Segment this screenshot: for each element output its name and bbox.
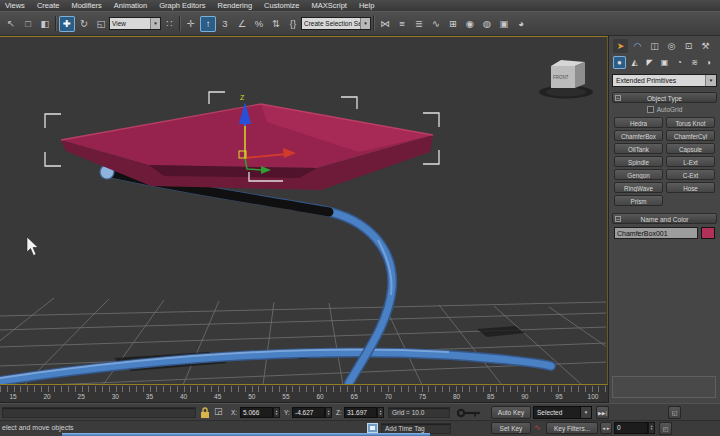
object-type-button[interactable]: Hose — [666, 182, 715, 193]
object-type-button[interactable]: Torus Knot — [666, 117, 715, 128]
frame-spinner[interactable] — [648, 422, 655, 434]
rendered-frame-window-icon[interactable]: ▣ — [496, 16, 512, 32]
material-editor-icon[interactable]: ◉ — [462, 16, 478, 32]
menu-item[interactable]: Rendering — [217, 1, 252, 10]
y-coord-field[interactable]: -4.627 — [292, 407, 325, 418]
object-type-button[interactable]: L-Ext — [666, 156, 715, 167]
tab-utilities[interactable]: ⚒ — [698, 39, 713, 53]
menu-item[interactable]: Modifiers — [71, 1, 101, 10]
spinner-snap-icon[interactable]: ⇅ — [268, 16, 284, 32]
object-type-rollout-header[interactable]: − Object Type — [612, 92, 717, 103]
selection-lock-icon[interactable] — [200, 406, 210, 419]
timeline-frame-label: 95 — [555, 393, 562, 400]
timeline-frame-label: 55 — [282, 393, 289, 400]
schematic-view-icon[interactable]: ⊞ — [445, 16, 461, 32]
tab-display[interactable]: ⊡ — [681, 39, 696, 53]
menu-item[interactable]: Customize — [264, 1, 299, 10]
object-color-swatch[interactable] — [701, 227, 715, 239]
collapse-icon[interactable]: − — [615, 216, 621, 222]
object-name-field[interactable]: ChamferBox001 — [614, 227, 698, 239]
collapse-icon[interactable]: − — [615, 95, 621, 101]
angle-snap-icon[interactable]: ∠ — [234, 16, 250, 32]
select-and-move-icon[interactable]: ✚ — [59, 16, 75, 32]
object-type-rollout: − Object Type AutoGrid HedraTorus KnotCh… — [612, 92, 717, 208]
menu-item[interactable]: Help — [359, 1, 374, 10]
track-bar-timeline[interactable]: 1520253035404550556065707580859095100 — [0, 385, 608, 403]
select-object-icon[interactable]: □ — [20, 16, 36, 32]
dropdown-arrow-icon[interactable] — [705, 75, 716, 86]
auto-key-button[interactable]: Auto Key — [491, 406, 531, 419]
set-key-button[interactable]: Set Key — [491, 422, 531, 434]
z-spinner[interactable] — [377, 407, 384, 418]
bind-to-spacewarp-icon[interactable]: ◧ — [37, 16, 53, 32]
y-spinner[interactable] — [325, 407, 332, 418]
select-and-link-icon[interactable]: ↖ — [3, 16, 19, 32]
menu-item[interactable]: Animation — [114, 1, 147, 10]
menu-item[interactable]: Graph Editors — [159, 1, 205, 10]
percent-snap-icon[interactable]: % — [251, 16, 267, 32]
tab-motion[interactable]: ◎ — [664, 39, 679, 53]
dropdown-arrow-icon[interactable] — [360, 18, 370, 29]
set-key-filter-dropdown[interactable]: Selected — [533, 406, 592, 419]
x-coord-label: X: — [231, 407, 237, 418]
object-type-button[interactable]: Spindle — [614, 156, 663, 167]
key-filters-button[interactable]: Key Filters... — [546, 422, 598, 434]
category-lights-icon[interactable]: ◤ — [643, 56, 656, 69]
status-window-icon[interactable] — [367, 423, 378, 433]
dropdown-arrow-icon[interactable] — [150, 18, 160, 29]
align-icon[interactable]: ≡ — [394, 16, 410, 32]
zoom-extents-all-icon[interactable]: ◱ — [668, 406, 681, 419]
subcategory-dropdown[interactable]: Extended Primitives — [612, 74, 717, 87]
use-pivot-center-icon[interactable]: ∷ — [161, 16, 177, 32]
current-frame-field[interactable]: 0 — [614, 422, 648, 434]
perspective-viewport[interactable]: Z FRONT — [0, 36, 608, 385]
key-mode-toggle-button[interactable]: ◄► — [600, 422, 612, 434]
go-to-end-button[interactable]: ▶▶| — [596, 406, 609, 419]
transform-gizmo-toggle-icon[interactable]: ◲ — [214, 406, 223, 417]
category-systems-icon[interactable]: ◗ — [703, 56, 716, 69]
tab-hierarchy[interactable]: ◫ — [647, 39, 662, 53]
snap-3d-icon[interactable]: 3 — [217, 16, 233, 32]
reference-coordinate-dropdown[interactable]: View — [109, 17, 161, 30]
autogrid-checkbox[interactable] — [647, 106, 654, 113]
tab-modify[interactable]: ◠ — [630, 39, 645, 53]
object-type-button[interactable]: RingWave — [614, 182, 663, 193]
key-filter-curve-icon[interactable]: ∿ — [534, 422, 541, 434]
menu-item[interactable]: Views — [5, 1, 25, 10]
chair-frame-ground-tube[interactable] — [0, 350, 551, 382]
select-and-scale-icon[interactable]: ◱ — [93, 16, 109, 32]
tab-create[interactable]: ➤ — [613, 39, 628, 53]
name-color-rollout-header[interactable]: − Name and Color — [612, 213, 717, 224]
named-selection-sets-icon[interactable]: {} — [285, 16, 301, 32]
menu-item[interactable]: Create — [37, 1, 60, 10]
z-coord-field[interactable]: 31.697 — [344, 407, 377, 418]
select-and-manipulate-icon[interactable]: ✛ — [183, 16, 199, 32]
menu-item[interactable]: MAXScript — [312, 1, 347, 10]
curve-editor-icon[interactable]: ∿ — [428, 16, 444, 32]
category-cameras-icon[interactable]: ▣ — [658, 56, 671, 69]
select-and-rotate-icon[interactable]: ↻ — [76, 16, 92, 32]
render-setup-icon[interactable]: ◍ — [479, 16, 495, 32]
object-type-button[interactable]: Hedra — [614, 117, 663, 128]
category-shapes-icon[interactable]: ◭ — [628, 56, 641, 69]
category-helpers-icon[interactable]: ◔ — [673, 56, 686, 69]
object-type-button[interactable]: C-Ext — [666, 169, 715, 180]
object-type-button[interactable]: OilTank — [614, 143, 663, 154]
object-type-button[interactable]: ChamferCyl — [666, 130, 715, 141]
object-type-button[interactable]: Capsule — [666, 143, 715, 154]
named-selection-set-dropdown[interactable]: Create Selection Se — [301, 17, 371, 30]
maximize-viewport-icon[interactable]: ◰ — [659, 422, 672, 435]
render-production-icon[interactable]: ◕ — [513, 16, 529, 32]
object-type-button[interactable]: ChamferBox — [614, 130, 663, 141]
x-coord-field[interactable]: 5.066 — [240, 407, 273, 418]
object-type-button[interactable]: Prism — [614, 195, 663, 206]
object-type-button[interactable]: Gengon — [614, 169, 663, 180]
mirror-icon[interactable]: ⋈ — [377, 16, 393, 32]
x-spinner[interactable] — [273, 407, 280, 418]
viewcube[interactable]: FRONT — [539, 60, 593, 99]
category-geometry-icon[interactable]: ● — [613, 56, 626, 69]
snaps-toggle-icon[interactable]: ↑ — [200, 16, 216, 32]
dropdown-arrow-icon[interactable] — [580, 407, 591, 418]
category-spacewarps-icon[interactable]: ≋ — [688, 56, 701, 69]
layer-manager-icon[interactable]: ≣ — [411, 16, 427, 32]
